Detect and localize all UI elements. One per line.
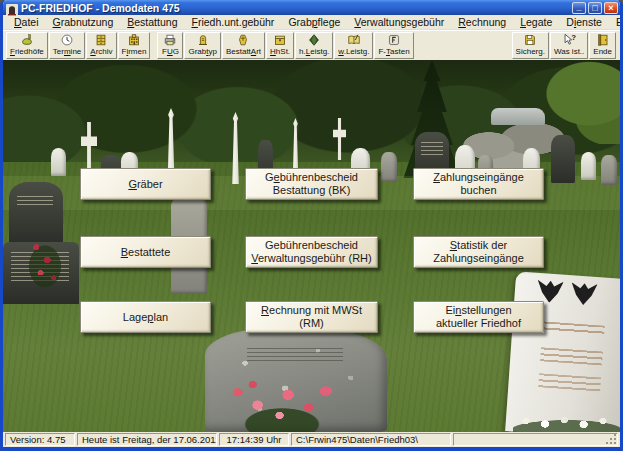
toolbar-label-termine: Termine [53, 47, 81, 57]
marble-inscription [542, 321, 605, 335]
toolbar-label-firmen: Firmen [122, 47, 147, 57]
toolbar-ende-button[interactable]: Ende [589, 32, 616, 59]
book-icon [347, 33, 361, 47]
toolbar-label-friedhoefe: Friedhöfe [10, 47, 44, 57]
rechnung-mwst-button[interactable]: Rechnung mit MWSt (RM) [245, 301, 378, 333]
app-icon [6, 2, 18, 14]
menu-item-verwaltungsgebuehr[interactable]: Verwaltungsgebühr [347, 16, 451, 28]
toolbar-wasist-button[interactable]: ? Was ist.. [550, 32, 588, 59]
einstellungen-friedhof-button[interactable]: Einstellungenaktueller Friedhof [413, 301, 544, 333]
toolbar-label-ftasten: F-Tasten [378, 47, 409, 57]
palmette-ornament [570, 282, 597, 306]
toolbar-label-bestattart: BestattArt [226, 47, 261, 57]
toolbar-bestattart-button[interactable]: BestattArt [222, 32, 265, 59]
graeber-button[interactable]: Gräber [80, 168, 211, 200]
gebuehrenbescheid-bestattung-button[interactable]: GebührenbescheidBestattung (BK) [245, 168, 378, 200]
status-bar: Version: 4.75 Heute ist Freitag, der 17.… [3, 432, 620, 447]
toolbar-label-hleistg-chest: HhSt. [270, 47, 290, 57]
status-date: Heute ist Freitag, der 17.06.2011 [77, 433, 217, 446]
help-cursor-icon: ? [562, 33, 576, 47]
toolbar-label-ende: Ende [593, 47, 612, 57]
menu-item-bestattung[interactable]: Bestattung [120, 16, 184, 28]
bestattete-button[interactable]: Bestattete [80, 236, 211, 268]
toolbar-label-grabtyp: Grabtyp [188, 47, 216, 57]
window-controls: _ □ × [572, 2, 618, 14]
function-key-icon [387, 33, 401, 47]
menu-item-dienste[interactable]: Dienste [559, 16, 609, 28]
toolbar-archiv-button[interactable]: Archiv [86, 32, 116, 59]
headstone-icon [196, 33, 210, 47]
tombstone [581, 152, 596, 180]
tombstone-inscription [421, 142, 443, 156]
menu-item-friedh-unt-gebuehr[interactable]: Friedh.unt.gebühr [184, 16, 281, 28]
tombstone-inscription [247, 348, 343, 364]
chest-icon [273, 33, 287, 47]
marble-inscription [538, 373, 601, 391]
status-path: C:\Frwin475\Daten\Friedh03\ [291, 433, 451, 446]
menu-bar: Datei Grabnutzung Bestattung Friedh.unt.… [3, 15, 620, 30]
menu-item-rechnung[interactable]: Rechnung [451, 16, 513, 28]
toolbar-fug-button[interactable]: FUG [157, 32, 183, 59]
status-time: 17:14:39 Uhr [219, 433, 289, 446]
toolbar-friedhoefe-button[interactable]: Friedhöfe [6, 32, 48, 59]
menu-item-grabnutzung[interactable]: Grabnutzung [46, 16, 121, 28]
toolbar-hhst-button[interactable]: HhSt. [266, 32, 294, 59]
tombstone-inscription [17, 196, 53, 208]
main-area: Gräber GebührenbescheidBestattung (BK) Z… [3, 60, 620, 432]
status-filler [453, 433, 618, 446]
parked-car [491, 108, 545, 125]
zahlungseingaenge-buchen-button[interactable]: Zahlungseingängebuchen [413, 168, 544, 200]
clock-icon [60, 33, 74, 47]
menu-item-legate[interactable]: Legate [513, 16, 559, 28]
tombstone [601, 155, 617, 185]
marble-inscription [540, 347, 603, 365]
title-bar: PC-FRIEDHOF - Demodaten 475 _ □ × [3, 0, 620, 15]
white-marble-tombstone [505, 271, 620, 432]
toolbar-label-fug: FUG [162, 47, 179, 57]
tombstone [51, 148, 66, 176]
cemetery-icon [20, 33, 34, 47]
white-flowers [513, 412, 620, 432]
coffin-icon [236, 33, 250, 47]
statistik-zahlungseingaenge-button[interactable]: Statistik derZahlungseingänge [413, 236, 544, 268]
exit-door-icon [596, 33, 610, 47]
toolbar-termine-button[interactable]: Termine [49, 32, 85, 59]
toolbar-wleistg-button[interactable]: w.Leistg. [334, 32, 373, 59]
lageplan-button[interactable]: Lageplan [80, 301, 211, 333]
toolbar-label-wleistg: w.Leistg. [338, 47, 369, 57]
status-version: Version: 4.75 [5, 433, 75, 446]
window-title: PC-FRIEDHOF - Demodaten 475 [21, 2, 572, 14]
gebuehrenbescheid-verwaltungsgebuehr-button[interactable]: GebührenbescheidVerwaltungsgebühr (RH) [245, 236, 378, 268]
pink-flowers [221, 368, 343, 432]
archive-cabinet-icon [94, 33, 108, 47]
toolbar-hleistg-button[interactable]: h.Leistg. [295, 32, 333, 59]
svg-text:?: ? [571, 33, 576, 42]
diamond-icon [307, 33, 321, 47]
toolbar-firmen-button[interactable]: Firmen [118, 32, 151, 59]
minimize-button[interactable]: _ [572, 2, 586, 14]
app-window: PC-FRIEDHOF - Demodaten 475 _ □ × Datei … [0, 0, 623, 451]
toolbar: Friedhöfe Termine Archiv Firmen FUG Grab… [3, 30, 620, 60]
diskette-icon [523, 33, 537, 47]
toolbar-ftasten-button[interactable]: F-Tasten [374, 32, 413, 59]
building-icon [127, 33, 141, 47]
menu-item-einstellungen[interactable]: Einstellungen [609, 16, 623, 28]
toolbar-label-hleistg: h.Leistg. [299, 47, 329, 57]
red-flowers [23, 228, 67, 292]
resize-grip[interactable] [605, 434, 617, 445]
tombstone [551, 135, 575, 183]
toolbar-sicherg-button[interactable]: Sicherg. [512, 32, 549, 59]
tombstone [381, 152, 397, 182]
toolbar-label-wasist: Was ist.. [554, 47, 584, 57]
maximize-button[interactable]: □ [588, 2, 602, 14]
toolbar-label-sicherg: Sicherg. [516, 47, 545, 57]
close-button[interactable]: × [604, 2, 618, 14]
menu-item-datei[interactable]: Datei [7, 16, 46, 28]
toolbar-grabtyp-button[interactable]: Grabtyp [184, 32, 220, 59]
printer-icon [163, 33, 177, 47]
menu-item-grabpflege[interactable]: Grabpflege [281, 16, 347, 28]
toolbar-label-archiv: Archiv [90, 47, 112, 57]
